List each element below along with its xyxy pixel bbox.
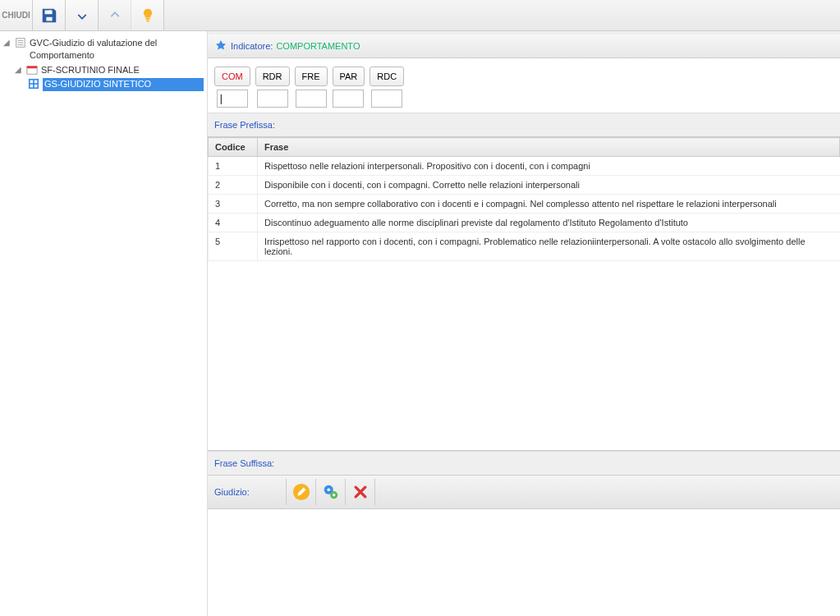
code-input-par[interactable]	[333, 90, 364, 108]
cell-codice: 5	[209, 232, 258, 261]
tree-node-sf-label: SF-SCRUTINIO FINALE	[41, 64, 204, 76]
frase-prefissa-label: Frase Prefissa:	[208, 113, 840, 136]
table-row[interactable]: 4Discontinuo adeguamento alle norme disc…	[209, 214, 840, 232]
calendar-icon	[26, 64, 38, 76]
tree-node-gs-label: GS-GIUDIZIO SINTETICO	[43, 78, 204, 90]
tree-node-gs[interactable]: GS-GIUDIZIO SINTETICO	[3, 77, 204, 91]
code-btn-rdc[interactable]: RDC	[370, 67, 404, 86]
code-input-rdc[interactable]	[371, 90, 402, 108]
cell-frase: Discontinuo adeguamento alle norme disci…	[258, 214, 840, 232]
table-row[interactable]: 1Rispettoso nelle relazioni interpersona…	[209, 157, 840, 176]
indicatore-bar: Indicatore: COMPORTAMENTO	[208, 34, 840, 58]
code-btn-fre[interactable]: FRE	[295, 67, 328, 86]
code-btn-com[interactable]: COM	[214, 67, 250, 86]
svg-rect-9	[34, 80, 38, 84]
save-button[interactable]	[33, 0, 66, 30]
svg-rect-6	[27, 66, 37, 68]
tree-root-label: GVC-Giudizio di valutazione del Comporta…	[30, 37, 204, 62]
svg-point-14	[327, 488, 330, 491]
tree-sidebar: ◢ GVC-Giudizio di valutazione del Compor…	[0, 31, 208, 616]
frase-suffissa-label: Frase Suffissa:	[208, 451, 840, 475]
code-btn-rdr[interactable]: RDR	[255, 67, 290, 86]
tree-root[interactable]: ◢ GVC-Giudizio di valutazione del Compor…	[3, 36, 204, 63]
cell-codice: 2	[209, 176, 258, 195]
cell-frase: Rispettoso nelle relazioni interpersonal…	[258, 157, 840, 176]
doc-icon	[15, 37, 26, 48]
table-row[interactable]: 3Corretto, ma non sempre collaborativo c…	[209, 195, 840, 214]
top-toolbar: CHIUDI	[0, 0, 840, 31]
arrow-down-icon	[74, 7, 90, 24]
table-row[interactable]: 2Disponibile con i docenti, con i compag…	[209, 176, 840, 195]
tree-node-sf[interactable]: ◢ SF-SCRUTINIO FINALE	[3, 63, 204, 77]
svg-rect-10	[30, 85, 34, 88]
close-icon	[352, 484, 369, 500]
pencil-icon	[292, 483, 310, 501]
svg-rect-11	[34, 85, 38, 88]
indicatore-value: COMPORTAMENTO	[276, 41, 360, 51]
indicator-icon	[214, 39, 227, 53]
save-icon	[40, 7, 58, 25]
svg-point-16	[333, 494, 335, 496]
codes-row: COM RDR FRE PAR RDC	[208, 58, 840, 113]
arrow-up-icon	[107, 7, 123, 24]
th-frase[interactable]: Frase	[258, 138, 840, 157]
cell-codice: 1	[209, 157, 258, 176]
up-button	[99, 0, 131, 30]
giudizio-bar: Giudizio:	[208, 475, 840, 509]
table-wrap[interactable]: Codice Frase 1Rispettoso nelle relazioni…	[208, 136, 840, 451]
code-input-fre[interactable]	[296, 90, 327, 108]
giudizio-label: Giudizio:	[214, 487, 276, 497]
frasi-table: Codice Frase 1Rispettoso nelle relazioni…	[208, 137, 840, 261]
cell-frase: Disponibile con i docenti, con i compagn…	[258, 176, 840, 195]
delete-giudizio-button[interactable]	[346, 479, 375, 505]
tree-toggle-icon[interactable]: ◢	[15, 64, 23, 76]
code-input-rdr[interactable]	[257, 90, 288, 108]
code-btn-par[interactable]: PAR	[333, 67, 365, 86]
lightbulb-icon	[140, 7, 156, 24]
indicatore-label: Indicatore:	[231, 41, 273, 51]
table-row[interactable]: 5Irrispettoso nel rapporto con i docenti…	[209, 232, 840, 261]
close-button[interactable]: CHIUDI	[0, 0, 33, 30]
settings-giudizio-button[interactable]	[316, 479, 346, 505]
tree-toggle-icon[interactable]: ◢	[3, 37, 11, 48]
gear-icon	[322, 483, 340, 501]
giudizio-text-area[interactable]	[208, 509, 840, 616]
svg-rect-0	[48, 10, 51, 13]
down-button[interactable]	[66, 0, 99, 30]
cell-frase: Corretto, ma non sempre collaborativo co…	[258, 195, 840, 214]
th-codice[interactable]: Codice	[209, 138, 258, 157]
edit-giudizio-button[interactable]	[287, 479, 316, 505]
code-input-com[interactable]	[217, 90, 248, 108]
hint-button[interactable]	[131, 0, 164, 30]
cell-codice: 4	[209, 214, 258, 232]
grid-icon	[28, 78, 39, 90]
cell-codice: 3	[209, 195, 258, 214]
cell-frase: Irrispettoso nel rapporto con i docenti,…	[258, 232, 840, 261]
content-pane: Indicatore: COMPORTAMENTO COM RDR FRE PA…	[208, 31, 840, 616]
svg-rect-8	[30, 80, 34, 84]
